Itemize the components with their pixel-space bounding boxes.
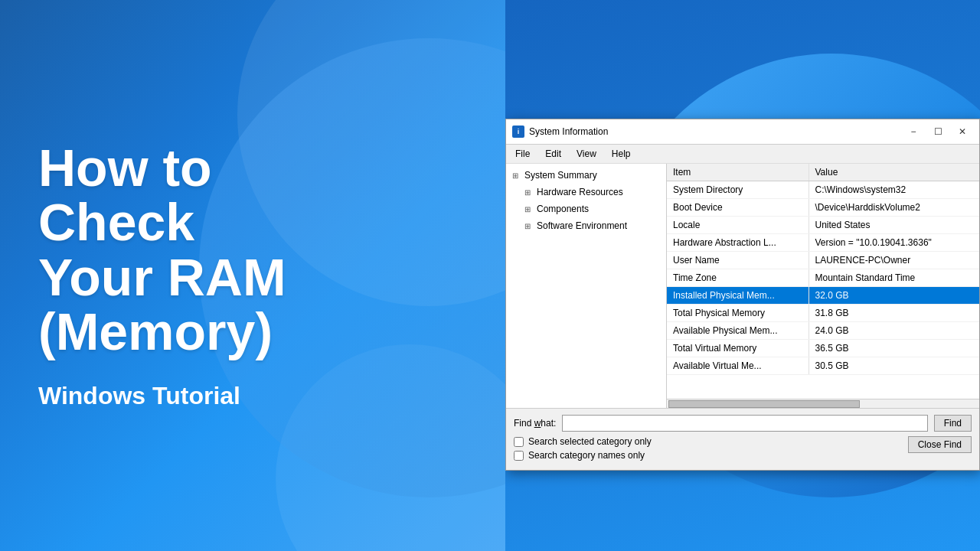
menu-help[interactable]: Help <box>609 147 634 161</box>
table-row[interactable]: Boot Device\Device\HarddiskVolume2 <box>667 199 979 217</box>
table-row[interactable]: Available Virtual Me...30.5 GB <box>667 357 979 375</box>
tree-item-software-environment[interactable]: ⊞ Software Environment <box>506 217 666 234</box>
table-row[interactable]: Available Physical Mem...24.0 GB <box>667 322 979 340</box>
tree-label-software-environment: Software Environment <box>537 220 627 231</box>
cell-value: 36.5 GB <box>808 340 979 357</box>
expand-icon-software-environment: ⊞ <box>524 222 534 230</box>
dialog-body: ⊞ System Summary ⊞ Hardware Resources ⊞ … <box>506 164 979 409</box>
expand-icon-system-summary: ⊞ <box>512 171 521 180</box>
cell-value: \Device\HarddiskVolume2 <box>808 199 979 217</box>
maximize-button[interactable]: ☐ <box>927 124 949 139</box>
expand-icon-components: ⊞ <box>524 205 534 214</box>
dialog-title: System Information <box>529 126 898 137</box>
tree-label-system-summary: System Summary <box>524 170 597 181</box>
cell-value: C:\Windows\system32 <box>808 181 979 199</box>
scrollbar-thumb[interactable] <box>668 400 860 408</box>
search-selected-category-row: Search selected category only <box>514 436 652 447</box>
table-row[interactable]: System DirectoryC:\Windows\system32 <box>667 181 979 199</box>
find-label: Find what: <box>514 418 556 429</box>
cell-item: Locale <box>667 217 808 234</box>
menu-edit[interactable]: Edit <box>542 147 564 161</box>
tree-label-hardware-resources: Hardware Resources <box>537 187 623 197</box>
tree-item-system-summary[interactable]: ⊞ System Summary <box>506 167 666 184</box>
main-title: How to Check Your RAM (Memory) <box>38 141 467 360</box>
col-header-item: Item <box>667 164 808 181</box>
search-selected-category-label: Search selected category only <box>528 436 652 447</box>
tree-item-components[interactable]: ⊞ Components <box>506 201 666 217</box>
cell-item: System Directory <box>667 181 808 199</box>
cell-item: User Name <box>667 252 808 269</box>
search-category-names-row: Search category names only <box>514 450 652 461</box>
title-bar: i System Information − ☐ ✕ <box>506 119 979 145</box>
table-row[interactable]: Total Physical Memory31.8 GB <box>667 305 979 322</box>
app-icon: i <box>512 126 524 138</box>
table-row[interactable]: Hardware Abstraction L...Version = "10.0… <box>667 234 979 252</box>
cell-value: United States <box>808 217 979 234</box>
find-input[interactable] <box>562 415 927 432</box>
cell-value: 30.5 GB <box>808 357 979 375</box>
cell-item: Available Virtual Me... <box>667 357 808 375</box>
menu-file[interactable]: File <box>512 147 533 161</box>
search-selected-category-checkbox[interactable] <box>514 437 524 447</box>
expand-icon-hardware-resources: ⊞ <box>524 188 534 197</box>
cell-item: Total Physical Memory <box>667 305 808 322</box>
cell-item: Boot Device <box>667 199 808 217</box>
menu-view[interactable]: View <box>573 147 599 161</box>
table-row[interactable]: LocaleUnited States <box>667 217 979 234</box>
table-row[interactable]: User NameLAURENCE-PC\Owner <box>667 252 979 269</box>
tree-item-hardware-resources[interactable]: ⊞ Hardware Resources <box>506 184 666 201</box>
tree-label-components: Components <box>537 204 589 214</box>
subtitle: Windows Tutorial <box>38 382 467 410</box>
table-row[interactable]: Installed Physical Mem...32.0 GB <box>667 287 979 305</box>
cell-value: 32.0 GB <box>808 287 979 305</box>
menu-bar: File Edit View Help <box>506 145 979 164</box>
system-information-dialog: i System Information − ☐ ✕ File Edit Vie… <box>505 119 980 471</box>
table-row[interactable]: Total Virtual Memory36.5 GB <box>667 340 979 357</box>
cell-item: Total Virtual Memory <box>667 340 808 357</box>
close-find-button[interactable]: Close Find <box>908 436 972 453</box>
cell-value: Mountain Standard Time <box>808 269 979 287</box>
cell-item: Available Physical Mem... <box>667 322 808 340</box>
title-bar-controls: − ☐ ✕ <box>903 124 973 139</box>
find-button[interactable]: Find <box>934 415 972 432</box>
tree-panel: ⊞ System Summary ⊞ Hardware Resources ⊞ … <box>506 164 667 408</box>
data-table: Item Value System DirectoryC:\Windows\sy… <box>667 164 979 375</box>
cell-item: Time Zone <box>667 269 808 287</box>
find-row: Find what: Find <box>514 415 972 432</box>
cell-value: Version = "10.0.19041.3636" <box>808 234 979 252</box>
right-panel: i System Information − ☐ ✕ File Edit Vie… <box>505 0 980 551</box>
data-panel: Item Value System DirectoryC:\Windows\sy… <box>667 164 979 408</box>
horizontal-scrollbar[interactable] <box>667 399 979 408</box>
data-scroll[interactable]: Item Value System DirectoryC:\Windows\sy… <box>667 164 979 399</box>
col-header-value: Value <box>808 164 979 181</box>
cell-item: Installed Physical Mem... <box>667 287 808 305</box>
left-panel: How to Check Your RAM (Memory) Windows T… <box>0 0 505 551</box>
find-bar: Find what: Find Search selected category… <box>506 409 979 470</box>
search-category-names-checkbox[interactable] <box>514 451 524 461</box>
cell-value: 24.0 GB <box>808 322 979 340</box>
search-category-names-label: Search category names only <box>528 450 645 461</box>
close-button[interactable]: ✕ <box>952 124 973 139</box>
minimize-button[interactable]: − <box>903 124 924 139</box>
table-row[interactable]: Time ZoneMountain Standard Time <box>667 269 979 287</box>
cell-value: LAURENCE-PC\Owner <box>808 252 979 269</box>
cell-item: Hardware Abstraction L... <box>667 234 808 252</box>
cell-value: 31.8 GB <box>808 305 979 322</box>
